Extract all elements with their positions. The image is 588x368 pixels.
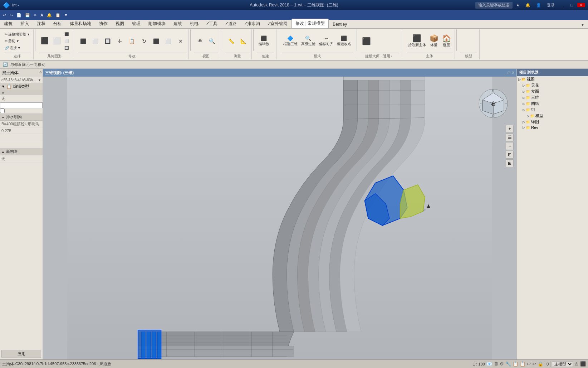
- maximize-btn[interactable]: □: [568, 3, 576, 7]
- tab-fenxi[interactable]: 分析: [49, 19, 66, 28]
- viewport[interactable]: 三维视图: (三维) _ □ ×: [43, 69, 516, 359]
- qa-dropdown-btn[interactable]: ▼: [63, 12, 69, 18]
- btn-advanced-filter[interactable]: 🔍 高级过滤: [300, 31, 317, 52]
- btn-mirror[interactable]: 🔲: [102, 36, 113, 46]
- bell-icon[interactable]: 🔔: [523, 2, 533, 8]
- cut-dropdown[interactable]: ▼: [16, 39, 19, 43]
- btn-geom-sm1[interactable]: ⬛: [63, 31, 70, 38]
- zoom-extent-btn[interactable]: ⊞: [506, 159, 514, 167]
- props-section-header[interactable]: [0, 90, 43, 95]
- prop-checkbox[interactable]: [0, 108, 5, 113]
- star-icon[interactable]: ★: [514, 2, 522, 8]
- qa-new-btn[interactable]: 📄: [15, 12, 23, 18]
- qa-undo-btn[interactable]: ↩: [1, 12, 8, 18]
- btn-bim1[interactable]: ⬛: [361, 31, 372, 52]
- tab-zdrain[interactable]: Z排水沟: [241, 19, 264, 28]
- btn-filter3d[interactable]: 🔷 框选三维: [282, 31, 299, 52]
- tree-item-group[interactable]: ▷ 📁 组: [517, 107, 588, 113]
- tree-item-model-group[interactable]: ▷ 📁 模型: [517, 113, 588, 119]
- btn-geom1[interactable]: ⬛: [39, 31, 50, 52]
- btn-view1[interactable]: 👁: [194, 31, 206, 52]
- tree-expand-3d[interactable]: ▷: [523, 96, 525, 100]
- sb-icon3[interactable]: ⚙: [500, 361, 504, 367]
- btn-connect-cut[interactable]: ✂ 连接端切割 ▼: [4, 31, 31, 38]
- tree-expand-group[interactable]: ▷: [523, 108, 525, 112]
- tree-item-3d[interactable]: ▷ 📁 三维: [517, 95, 588, 101]
- tree-item-elevation[interactable]: ▷ 📁 立面: [517, 88, 588, 95]
- sb-view-mode-select[interactable]: 主模型: [552, 361, 573, 367]
- tab-guanli[interactable]: 管理: [128, 19, 144, 28]
- tree-expand-rev[interactable]: ▷: [523, 126, 525, 129]
- sub-header-dropdown[interactable]: ▼: [1, 84, 5, 88]
- tab-shitu[interactable]: 视图: [112, 19, 128, 28]
- tree-item-rev[interactable]: ▷ 📁 Rev: [517, 125, 588, 130]
- sb-icon4[interactable]: 🔧: [505, 361, 511, 367]
- tab-zhushi[interactable]: 注释: [33, 19, 49, 28]
- tree-expand-elevation[interactable]: ▷: [523, 90, 525, 93]
- btn-view2[interactable]: 🔍: [206, 31, 218, 52]
- btn-rotate[interactable]: ↻: [138, 36, 150, 46]
- sb-icon-warn[interactable]: ⚠: [574, 361, 579, 367]
- tree-expand-views[interactable]: ▷: [518, 78, 521, 81]
- zoom-pan-btn[interactable]: ☰: [506, 134, 514, 141]
- left-panel-id-dropdown[interactable]: ▼: [38, 78, 41, 82]
- qa-text-btn[interactable]: A: [39, 12, 45, 18]
- sb-icon6[interactable]: 📋: [520, 361, 525, 367]
- model-3d-view[interactable]: 前 后 右 ← → + ☰ − ⊡ ⊞: [43, 77, 516, 359]
- sb-icon1[interactable]: 📧: [486, 361, 492, 367]
- vp-maximize-btn[interactable]: □: [508, 70, 510, 75]
- btn-copy[interactable]: 📋: [126, 36, 138, 46]
- tab-fujia[interactable]: 附加模块: [144, 19, 170, 28]
- tab-zroad[interactable]: Z道路: [221, 19, 240, 28]
- tab-modify[interactable]: 修改 | 常规模型: [291, 19, 329, 28]
- qa-notify-btn[interactable]: 🔔: [45, 12, 53, 18]
- btn-connect[interactable]: 🔗 连接 ▼: [4, 45, 31, 51]
- drain-section-header[interactable]: 排水明沟: [0, 113, 43, 121]
- vp-minimize-btn[interactable]: _: [504, 70, 506, 75]
- btn-delete[interactable]: ✕: [175, 36, 186, 46]
- qa-edit-btn[interactable]: ✏: [32, 12, 38, 18]
- connect-dropdown[interactable]: ▼: [18, 46, 21, 50]
- zoom-in-btn[interactable]: +: [506, 125, 514, 133]
- zoom-fit-btn[interactable]: ⊡: [506, 151, 514, 159]
- tree-item-sheets[interactable]: ▷ 📁 图纸: [517, 101, 588, 107]
- btn-move[interactable]: ✛: [114, 36, 126, 46]
- btn-pick-new-host[interactable]: ⬛ 抬取新主体: [407, 31, 427, 52]
- tab-jidian[interactable]: 机电: [186, 19, 202, 28]
- ribbon-collapse-btn[interactable]: ▼: [579, 22, 587, 28]
- tree-item-detail[interactable]: ▷ 📁 详图: [517, 119, 588, 125]
- btn-create1[interactable]: ⬛ 编辑族: [257, 31, 271, 52]
- sb-icon-3d[interactable]: ⬛: [580, 361, 586, 367]
- tree-expand-model-group[interactable]: ▷: [527, 114, 529, 118]
- tab-jianzhu[interactable]: 建筑: [0, 19, 16, 28]
- sb-icon9[interactable]: 🔒: [538, 361, 543, 367]
- btn-floor[interactable]: 🏠 楼层: [441, 31, 452, 52]
- tree-expand-floor[interactable]: ▷: [523, 84, 525, 87]
- btn-frame-rename[interactable]: ⬛ 框选改名: [335, 31, 353, 52]
- btn-tili[interactable]: 📦 体量: [428, 31, 440, 52]
- btn-measure2[interactable]: 📐: [238, 31, 249, 52]
- prop-value-input[interactable]: 1945000.0: [0, 102, 43, 108]
- btn-geom2[interactable]: ⬜: [51, 31, 63, 52]
- btn-align-move[interactable]: ↔ 偏移对齐: [318, 31, 335, 52]
- btn-geom-sm3[interactable]: 🔲: [63, 45, 70, 51]
- left-panel-close-btn[interactable]: ×: [39, 69, 42, 74]
- vp-close-btn[interactable]: ×: [512, 70, 514, 75]
- tab-charu[interactable]: 插入: [16, 19, 33, 28]
- qa-save-btn[interactable]: 💾: [24, 12, 31, 18]
- tree-expand-detail[interactable]: ▷: [523, 120, 525, 124]
- tab-bentley[interactable]: Bentley: [329, 20, 351, 28]
- btn-geom-sm2[interactable]: ⬜: [63, 38, 70, 44]
- btn-offset[interactable]: ⬜: [90, 36, 101, 46]
- nav-cube[interactable]: 前 后 右 ← →: [477, 87, 509, 120]
- tab-jianzhu2[interactable]: 建筑: [170, 19, 186, 28]
- tree-item-floor[interactable]: ▷ 📁 天花: [517, 82, 588, 88]
- qa-redo-btn[interactable]: ↪: [8, 12, 14, 18]
- connect-cut-dropdown[interactable]: ▼: [27, 33, 30, 36]
- search-box[interactable]: 输入关键字或短语: [475, 2, 513, 9]
- zoom-out-btn[interactable]: −: [506, 142, 514, 150]
- tab-xiezuo[interactable]: 协作: [95, 19, 112, 28]
- tab-zpipe[interactable]: Z室外管网: [264, 19, 291, 28]
- sb-icon2[interactable]: 🖥: [494, 361, 498, 367]
- qa-clipboard-btn[interactable]: 📋: [54, 12, 62, 18]
